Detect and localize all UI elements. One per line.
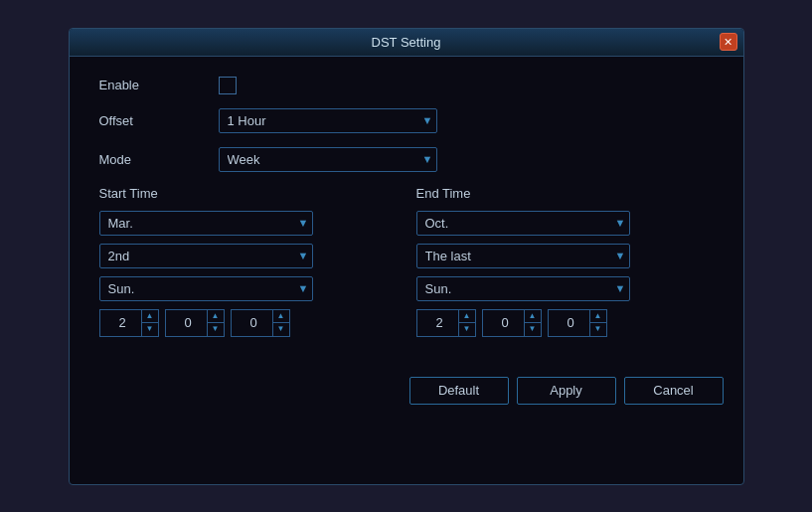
end-day-wrapper: Sun.Mon.Tue.Wed.Thu.Fri.Sat. ▼ <box>416 276 630 301</box>
start-second-up[interactable]: ▲ <box>273 310 289 323</box>
start-month-select[interactable]: Jan.Feb.Mar.Apr.MayJun.Jul.Aug.Sep.Oct.N… <box>99 211 313 236</box>
offset-label: Offset <box>99 113 219 128</box>
start-day-wrapper: Sun.Mon.Tue.Wed.Thu.Fri.Sat. ▼ <box>99 276 313 301</box>
title-bar: DST Setting ✕ <box>70 29 743 57</box>
start-week-wrapper: 1st2nd3rd4thThe last ▼ <box>99 244 313 268</box>
end-second-down[interactable]: ▼ <box>590 323 606 336</box>
end-second-value: 0 <box>549 315 589 330</box>
end-week-wrapper: 1st2nd3rd4thThe last ▼ <box>416 244 630 268</box>
time-sections: Start Time Jan.Feb.Mar.Apr.MayJun.Jul.Au… <box>99 186 714 337</box>
start-minute-down[interactable]: ▼ <box>208 323 224 336</box>
end-second-controls: ▲ ▼ <box>589 310 606 336</box>
start-day-select[interactable]: Sun.Mon.Tue.Wed.Thu.Fri.Sat. <box>99 276 313 301</box>
end-spinners: 2 ▲ ▼ 0 ▲ ▼ 0 <box>416 309 714 337</box>
default-button[interactable]: Default <box>409 377 509 405</box>
start-day-row: Sun.Mon.Tue.Wed.Thu.Fri.Sat. ▼ <box>99 276 397 301</box>
end-week-row: 1st2nd3rd4thThe last ▼ <box>416 244 714 268</box>
start-second-value: 0 <box>232 315 272 330</box>
start-hour-up[interactable]: ▲ <box>142 310 158 323</box>
dst-setting-dialog: DST Setting ✕ Enable Offset 1 Hour2 Hour… <box>69 28 744 485</box>
dialog-content: Enable Offset 1 Hour2 Hours ▼ Mode WeekD… <box>70 57 743 352</box>
cancel-button[interactable]: Cancel <box>624 377 724 405</box>
end-hour-down[interactable]: ▼ <box>459 323 475 336</box>
end-minute-down[interactable]: ▼ <box>525 323 541 336</box>
start-time-section: Start Time Jan.Feb.Mar.Apr.MayJun.Jul.Au… <box>99 186 397 337</box>
start-hour-controls: ▲ ▼ <box>141 310 158 336</box>
enable-row: Enable <box>99 77 714 94</box>
enable-label: Enable <box>99 78 219 92</box>
end-minute-value: 0 <box>483 315 524 330</box>
end-time-section: End Time Jan.Feb.Mar.Apr.MayJun.Jul.Aug.… <box>416 186 714 337</box>
end-day-row: Sun.Mon.Tue.Wed.Thu.Fri.Sat. ▼ <box>416 276 714 301</box>
start-week-row: 1st2nd3rd4thThe last ▼ <box>99 244 397 268</box>
mode-select[interactable]: WeekDay <box>219 147 437 172</box>
end-minute-up[interactable]: ▲ <box>525 310 541 323</box>
end-time-title: End Time <box>416 186 714 201</box>
end-hour-up[interactable]: ▲ <box>459 310 475 323</box>
start-hour-down[interactable]: ▼ <box>142 323 158 336</box>
end-week-select[interactable]: 1st2nd3rd4thThe last <box>416 244 630 268</box>
start-second-down[interactable]: ▼ <box>273 323 289 336</box>
start-month-row: Jan.Feb.Mar.Apr.MayJun.Jul.Aug.Sep.Oct.N… <box>99 211 397 236</box>
start-minute-value: 0 <box>166 315 207 330</box>
start-hour-spinner: 2 ▲ ▼ <box>99 309 159 337</box>
start-second-spinner: 0 ▲ ▼ <box>231 309 290 337</box>
end-minute-controls: ▲ ▼ <box>524 310 541 336</box>
start-hour-value: 2 <box>100 315 141 330</box>
end-month-wrapper: Jan.Feb.Mar.Apr.MayJun.Jul.Aug.Sep.Oct.N… <box>416 211 630 236</box>
enable-checkbox[interactable] <box>219 77 237 94</box>
end-hour-value: 2 <box>417 315 458 330</box>
end-minute-spinner: 0 ▲ ▼ <box>482 309 542 337</box>
end-second-spinner: 0 ▲ ▼ <box>548 309 607 337</box>
start-minute-up[interactable]: ▲ <box>208 310 224 323</box>
start-second-controls: ▲ ▼ <box>272 310 289 336</box>
offset-select-wrapper: 1 Hour2 Hours ▼ <box>219 108 437 133</box>
offset-row: Offset 1 Hour2 Hours ▼ <box>99 108 714 133</box>
end-day-select[interactable]: Sun.Mon.Tue.Wed.Thu.Fri.Sat. <box>416 276 630 301</box>
end-month-select[interactable]: Jan.Feb.Mar.Apr.MayJun.Jul.Aug.Sep.Oct.N… <box>416 211 630 236</box>
start-minute-controls: ▲ ▼ <box>207 310 224 336</box>
end-second-up[interactable]: ▲ <box>590 310 606 323</box>
start-minute-spinner: 0 ▲ ▼ <box>165 309 225 337</box>
dialog-title: DST Setting <box>372 35 441 50</box>
end-month-row: Jan.Feb.Mar.Apr.MayJun.Jul.Aug.Sep.Oct.N… <box>416 211 714 236</box>
mode-label: Mode <box>99 152 219 167</box>
start-spinners: 2 ▲ ▼ 0 ▲ ▼ 0 <box>99 309 397 337</box>
dialog-footer: Default Apply Cancel <box>70 362 743 420</box>
close-button[interactable]: ✕ <box>720 33 737 51</box>
end-hour-controls: ▲ ▼ <box>458 310 475 336</box>
apply-button[interactable]: Apply <box>517 377 616 405</box>
mode-row: Mode WeekDay ▼ <box>99 147 714 172</box>
start-week-select[interactable]: 1st2nd3rd4thThe last <box>99 244 313 268</box>
offset-select[interactable]: 1 Hour2 Hours <box>219 108 437 133</box>
end-hour-spinner: 2 ▲ ▼ <box>416 309 476 337</box>
start-time-title: Start Time <box>99 186 397 201</box>
start-month-wrapper: Jan.Feb.Mar.Apr.MayJun.Jul.Aug.Sep.Oct.N… <box>99 211 313 236</box>
mode-select-wrapper: WeekDay ▼ <box>219 147 437 172</box>
